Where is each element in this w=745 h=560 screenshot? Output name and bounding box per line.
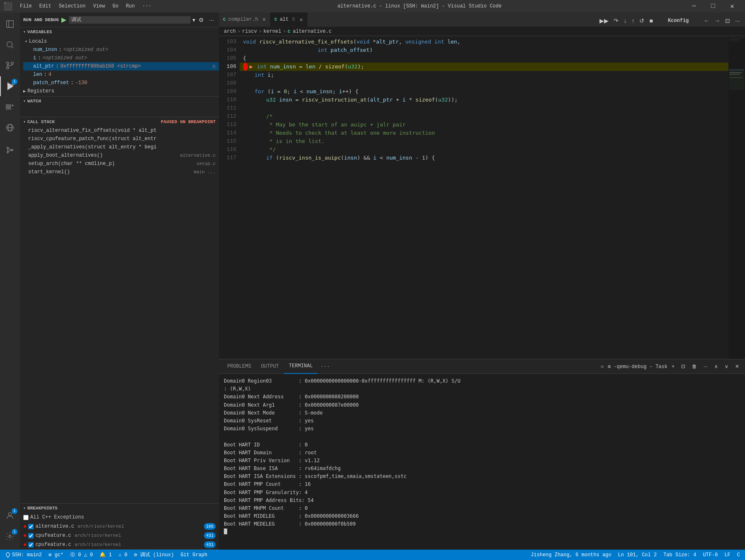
debug-more-button[interactable]: ··· bbox=[207, 16, 216, 24]
breadcrumb-filename[interactable]: alternative.c bbox=[293, 29, 332, 34]
restart-button[interactable]: ↺ bbox=[638, 15, 646, 27]
minimize-button[interactable]: ─ bbox=[684, 0, 704, 12]
terminal-tab-output[interactable]: OUTPUT bbox=[256, 359, 284, 374]
step-out-button[interactable]: ↑ bbox=[630, 15, 636, 27]
copy-value-button[interactable]: ⎘ bbox=[213, 64, 216, 69]
step-over-button[interactable]: ↷ bbox=[612, 15, 620, 27]
terminal-session-label[interactable]: ⚙ -qemu-debug - Task bbox=[608, 364, 667, 370]
terminal-tab-more[interactable]: ··· bbox=[318, 364, 332, 370]
bp-item-2[interactable]: ● cpufeature.c arch/riscv/kernel 431 bbox=[20, 540, 219, 549]
debug-config-dropdown[interactable]: ▾ bbox=[192, 17, 195, 23]
start-debug-button[interactable]: ▶ bbox=[61, 15, 67, 24]
stack-item-3[interactable]: apply_boot_alternatives() alternative.c bbox=[20, 151, 219, 160]
code-content[interactable]: void riscv_alternative_fix_offsets(void … bbox=[240, 36, 728, 359]
watch-header[interactable]: ▾ WATCH bbox=[20, 97, 219, 106]
activity-item-run-debug[interactable]: 1 bbox=[0, 76, 20, 96]
stack-item-2[interactable]: _apply_alternatives(struct alt_entry * b… bbox=[20, 143, 219, 151]
menu-edit[interactable]: Edit bbox=[36, 2, 55, 10]
stack-item-5[interactable]: start_kernel() main ... bbox=[20, 168, 219, 176]
bp-all-cpp-checkbox[interactable] bbox=[23, 515, 29, 520]
bp-all-cpp[interactable]: All C++ Exceptions bbox=[20, 513, 219, 522]
activity-item-settings[interactable]: 1 bbox=[0, 526, 20, 546]
terminal-collapse-up[interactable]: ∧ bbox=[712, 363, 721, 370]
menu-selection[interactable]: Selection bbox=[56, 2, 89, 10]
nav-back-button[interactable]: ← bbox=[702, 15, 711, 27]
breadcrumb-riscv[interactable]: riscv bbox=[242, 29, 257, 34]
status-author[interactable]: Jisheng Zhang, 6 months ago bbox=[529, 550, 613, 560]
var-num_insn[interactable]: num_insn: <optimized out> bbox=[23, 46, 219, 54]
debug-config-input[interactable] bbox=[69, 16, 191, 24]
terminal-more-button[interactable]: ··· bbox=[701, 363, 710, 370]
status-tab-size-label: Tab Size: 4 bbox=[663, 552, 696, 558]
terminal-close-button[interactable]: ✕ bbox=[733, 363, 742, 370]
continue-button[interactable]: ▶▶ bbox=[598, 15, 610, 27]
breadcrumb-kernel[interactable]: kernel bbox=[263, 29, 281, 34]
menu-run[interactable]: Run bbox=[123, 2, 138, 10]
activity-item-search[interactable] bbox=[0, 35, 20, 55]
bp-item-1[interactable]: ● cpufeature.c arch/riscv/kernel 431 bbox=[20, 531, 219, 540]
tab-compiler-h[interactable]: C compiler.h ✕ bbox=[219, 12, 270, 27]
status-position[interactable]: Ln 101, Col 2 bbox=[616, 550, 659, 560]
activity-item-extensions[interactable] bbox=[0, 97, 20, 117]
status-tab-size[interactable]: Tab Size: 4 bbox=[662, 550, 698, 560]
status-errors[interactable]: ⓪ 0 △ 0 bbox=[68, 550, 95, 560]
status-language[interactable]: C bbox=[735, 550, 742, 560]
maximize-button[interactable]: □ bbox=[704, 0, 723, 12]
status-git-graph[interactable]: Git Graph bbox=[179, 550, 209, 560]
menu-view[interactable]: View bbox=[90, 2, 108, 10]
stop-button[interactable]: ■ bbox=[648, 15, 654, 27]
status-encoding[interactable]: UTF-8 bbox=[701, 550, 719, 560]
activity-item-git-graph[interactable] bbox=[0, 140, 20, 160]
tab-compiler-h-icon: C bbox=[223, 17, 226, 22]
terminal-kill-button[interactable]: 🗑 bbox=[689, 363, 699, 370]
var-len[interactable]: len: 4 bbox=[23, 70, 219, 79]
status-line-ending[interactable]: LF bbox=[723, 550, 732, 560]
menu-go[interactable]: Go bbox=[109, 2, 121, 10]
status-ssh[interactable]: SSH: main2 bbox=[3, 550, 44, 560]
close-button[interactable]: ✕ bbox=[723, 0, 742, 12]
status-gc[interactable]: ⚙ gc* bbox=[47, 550, 65, 560]
status-debug[interactable]: ⚙ 调试 (linux) bbox=[132, 550, 175, 560]
locals-header[interactable]: ▾ Locals bbox=[23, 37, 219, 46]
variables-header[interactable]: ▾ VARIABLES bbox=[20, 27, 219, 36]
breakpoints-header[interactable]: ▾ BREAKPOINTS bbox=[20, 504, 219, 513]
status-bell[interactable]: 🔔 1 bbox=[98, 550, 113, 560]
bp-checkbox-1[interactable] bbox=[28, 533, 34, 538]
activity-item-accounts[interactable]: 1 bbox=[0, 506, 20, 526]
tab-compiler-h-close[interactable]: ✕ bbox=[262, 16, 266, 23]
kconfig-tab-label[interactable]: Kconfig bbox=[666, 18, 690, 24]
terminal-tab-terminal[interactable]: TERMINAL bbox=[284, 359, 318, 374]
more-actions-button[interactable]: ··· bbox=[733, 15, 742, 27]
menu-file[interactable]: File bbox=[17, 2, 35, 10]
terminal-add-button[interactable]: + bbox=[669, 363, 677, 370]
callstack-header[interactable]: ▾ CALL STACK Paused on breakpoint bbox=[20, 117, 219, 126]
nav-forward-button[interactable]: → bbox=[713, 15, 722, 27]
activity-item-source-control[interactable] bbox=[0, 56, 20, 75]
step-into-button[interactable]: ↓ bbox=[622, 15, 628, 27]
activity-item-remote[interactable] bbox=[0, 118, 20, 138]
var-i[interactable]: i: <optimized out> bbox=[23, 54, 219, 62]
status-warn[interactable]: ⚠ 0 bbox=[117, 550, 129, 560]
var-patch_offset[interactable]: patch_offset: -130 bbox=[23, 79, 219, 87]
stack-item-0[interactable]: riscv_alternative_fix_offsets(void * alt… bbox=[20, 126, 219, 135]
split-editor-button[interactable]: ⊡ bbox=[723, 15, 732, 27]
debug-settings-button[interactable]: ⚙ bbox=[197, 16, 206, 24]
status-warn-label: ⚠ 0 bbox=[119, 552, 128, 558]
bp-item-0[interactable]: ● alternative.c arch/riscv/kernel 106 bbox=[20, 522, 219, 531]
tab-alt-close[interactable]: ✕ bbox=[299, 16, 303, 23]
menu-more[interactable]: ··· bbox=[139, 2, 155, 10]
tab-alt[interactable]: C alt ⠿ ✕ bbox=[270, 12, 308, 27]
stack-item-4[interactable]: setup_arch(char ** cmdline_p) setup.c bbox=[20, 160, 219, 168]
activity-item-explorer[interactable] bbox=[0, 14, 20, 34]
breadcrumb-arch[interactable]: arch bbox=[224, 29, 236, 34]
bp-path-2: arch/riscv/kernel bbox=[75, 542, 121, 547]
terminal-content[interactable]: Domain0 Region03 : 0x0000000000000000-0x… bbox=[219, 374, 745, 550]
stack-item-1[interactable]: riscv_cpufeature_patch_func(struct alt_e… bbox=[20, 135, 219, 143]
terminal-collapse-down[interactable]: ∨ bbox=[722, 363, 731, 370]
var-alt_ptr[interactable]: alt_ptr: 0xffffffff800ab168 <strcmp> ⎘ bbox=[23, 62, 219, 70]
bp-checkbox-2[interactable] bbox=[28, 542, 34, 548]
terminal-split-button[interactable]: ⊡ bbox=[679, 363, 688, 370]
bp-checkbox-0[interactable] bbox=[28, 524, 34, 529]
terminal-tab-problems[interactable]: PROBLEMS bbox=[222, 359, 256, 374]
registers-header[interactable]: ▶ Registers bbox=[20, 87, 219, 95]
